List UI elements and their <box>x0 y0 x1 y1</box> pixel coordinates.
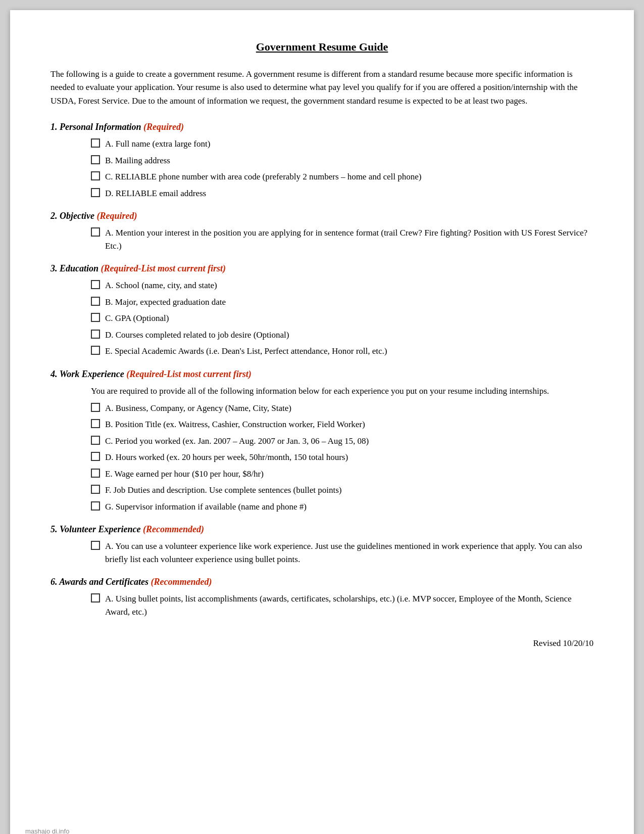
intro-paragraph: The following is a guide to create a gov… <box>51 68 593 108</box>
section-5-number: 5. <box>51 524 60 534</box>
section-1-checklist: A. Full name (extra large font)B. Mailin… <box>51 137 593 200</box>
section-6-number: 6. <box>51 577 59 587</box>
list-item: E. Wage earned per hour ($10 per hour, $… <box>51 468 593 481</box>
section-5-label: Volunteer Experience <box>60 524 143 534</box>
section-4: 4. Work Experience (Required-List most c… <box>51 369 593 514</box>
checkbox-icon[interactable] <box>91 297 100 306</box>
section-3-label: Education <box>60 263 101 273</box>
section-2: 2. Objective (Required)A. Mention your i… <box>51 211 593 252</box>
checkbox-icon[interactable] <box>91 155 100 164</box>
section-2-checklist: A. Mention your interest in the position… <box>51 226 593 252</box>
list-item: B. Major, expected graduation date <box>51 296 593 309</box>
section-3-number: 3. <box>51 263 60 273</box>
item-text: C. RELIABLE phone number with area code … <box>105 170 593 183</box>
item-text: B. Position Title (ex. Waitress, Cashier… <box>105 418 593 431</box>
section-2-label: Objective <box>60 211 96 221</box>
section-2-required: (Required) <box>96 211 137 221</box>
item-text: A. Full name (extra large font) <box>105 137 593 151</box>
checkbox-icon[interactable] <box>91 501 100 511</box>
section-5: 5. Volunteer Experience (Recommended)A. … <box>51 524 593 566</box>
section-1-label: Personal Information <box>60 122 143 132</box>
section-4-label: Work Experience <box>60 369 127 379</box>
item-text: A. You can use a volunteer experience li… <box>105 540 593 566</box>
checkbox-icon[interactable] <box>91 541 100 550</box>
checkbox-icon[interactable] <box>91 469 100 478</box>
section-1-required: (Required) <box>143 122 184 132</box>
item-text: A. Mention your interest in the position… <box>105 226 593 252</box>
checkbox-icon[interactable] <box>91 593 100 603</box>
item-text: B. Major, expected graduation date <box>105 296 593 309</box>
checkbox-icon[interactable] <box>91 436 100 445</box>
item-text: F. Job Duties and description. Use compl… <box>105 484 593 497</box>
section-6-header: 6. Awards and Certificates (Recommended) <box>51 577 593 587</box>
item-text: D. RELIABLE email address <box>105 187 593 200</box>
checkbox-icon[interactable] <box>91 485 100 494</box>
list-item: C. Period you worked (ex. Jan. 2007 – Au… <box>51 435 593 448</box>
checkbox-icon[interactable] <box>91 330 100 339</box>
list-item: A. School (name, city, and state) <box>51 279 593 292</box>
list-item: F. Job Duties and description. Use compl… <box>51 484 593 497</box>
item-text: G. Supervisor information if available (… <box>105 500 593 514</box>
item-text: D. Hours worked (ex. 20 hours per week, … <box>105 451 593 464</box>
list-item: E. Special Academic Awards (i.e. Dean's … <box>51 345 593 358</box>
sections-container: 1. Personal Information (Required)A. Ful… <box>51 122 593 618</box>
list-item: A. Using bullet points, list accomplishm… <box>51 592 593 618</box>
list-item: D. RELIABLE email address <box>51 187 593 200</box>
item-text: C. GPA (Optional) <box>105 312 593 325</box>
item-text: E. Wage earned per hour ($10 per hour, $… <box>105 468 593 481</box>
section-1: 1. Personal Information (Required)A. Ful… <box>51 122 593 200</box>
list-item: A. Mention your interest in the position… <box>51 226 593 252</box>
section-5-required: (Recommended) <box>143 524 204 534</box>
checkbox-icon[interactable] <box>91 346 100 355</box>
footer-revised: Revised 10/20/10 <box>51 638 593 648</box>
checkbox-icon[interactable] <box>91 419 100 428</box>
section-4-note: You are required to provide all of the f… <box>51 385 593 398</box>
section-4-number: 4. <box>51 369 60 379</box>
section-6-checklist: A. Using bullet points, list accomplishm… <box>51 592 593 618</box>
page: Government Resume Guide The following is… <box>10 10 634 834</box>
checkbox-icon[interactable] <box>91 403 100 412</box>
section-4-checklist: A. Business, Company, or Agency (Name, C… <box>51 402 593 514</box>
checkbox-icon[interactable] <box>91 452 100 461</box>
checkbox-icon[interactable] <box>91 227 100 237</box>
list-item: C. GPA (Optional) <box>51 312 593 325</box>
checkbox-icon[interactable] <box>91 138 100 148</box>
list-item: B. Mailing address <box>51 154 593 167</box>
section-3: 3. Education (Required-List most current… <box>51 263 593 358</box>
section-1-header: 1. Personal Information (Required) <box>51 122 593 132</box>
item-text: A. Using bullet points, list accomplishm… <box>105 592 593 618</box>
checkbox-icon[interactable] <box>91 171 100 180</box>
list-item: A. You can use a volunteer experience li… <box>51 540 593 566</box>
item-text: A. School (name, city, and state) <box>105 279 593 292</box>
list-item: A. Business, Company, or Agency (Name, C… <box>51 402 593 415</box>
list-item: D. Courses completed related to job desi… <box>51 329 593 342</box>
section-6: 6. Awards and Certificates (Recommended)… <box>51 577 593 618</box>
section-5-header: 5. Volunteer Experience (Recommended) <box>51 524 593 535</box>
section-6-label: Awards and Certificates <box>59 577 151 587</box>
item-text: B. Mailing address <box>105 154 593 167</box>
list-item: G. Supervisor information if available (… <box>51 500 593 514</box>
section-2-header: 2. Objective (Required) <box>51 211 593 221</box>
watermark: mashajo di.info <box>25 827 69 834</box>
page-title: Government Resume Guide <box>51 40 593 54</box>
item-text: D. Courses completed related to job desi… <box>105 329 593 342</box>
checkbox-icon[interactable] <box>91 313 100 322</box>
list-item: D. Hours worked (ex. 20 hours per week, … <box>51 451 593 464</box>
section-3-required: (Required-List most current first) <box>101 263 226 273</box>
section-5-checklist: A. You can use a volunteer experience li… <box>51 540 593 566</box>
section-4-header: 4. Work Experience (Required-List most c… <box>51 369 593 380</box>
section-6-required: (Recommended) <box>151 577 212 587</box>
checkbox-icon[interactable] <box>91 280 100 289</box>
list-item: A. Full name (extra large font) <box>51 137 593 151</box>
section-4-required: (Required-List most current first) <box>126 369 252 379</box>
item-text: E. Special Academic Awards (i.e. Dean's … <box>105 345 593 358</box>
item-text: C. Period you worked (ex. Jan. 2007 – Au… <box>105 435 593 448</box>
section-3-checklist: A. School (name, city, and state)B. Majo… <box>51 279 593 358</box>
section-2-number: 2. <box>51 211 60 221</box>
list-item: B. Position Title (ex. Waitress, Cashier… <box>51 418 593 431</box>
checkbox-icon[interactable] <box>91 188 100 197</box>
list-item: C. RELIABLE phone number with area code … <box>51 170 593 183</box>
item-text: A. Business, Company, or Agency (Name, C… <box>105 402 593 415</box>
section-1-number: 1. <box>51 122 60 132</box>
section-3-header: 3. Education (Required-List most current… <box>51 263 593 274</box>
